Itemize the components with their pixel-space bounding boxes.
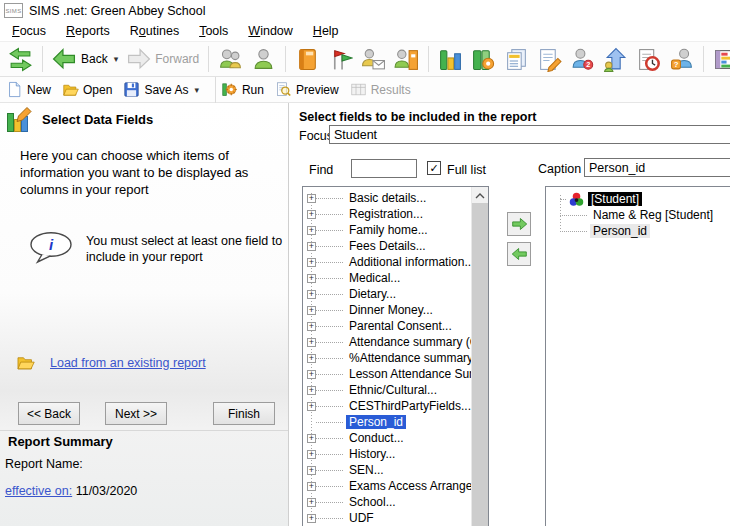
forward-button[interactable]: Forward xyxy=(122,45,203,74)
expand-plus-icon[interactable]: + xyxy=(307,242,316,251)
expand-plus-icon[interactable]: + xyxy=(307,514,316,523)
expand-plus-icon[interactable]: + xyxy=(307,434,316,443)
toolbar-separator xyxy=(208,46,209,72)
expand-plus-icon[interactable]: + xyxy=(307,354,316,363)
main-area: Select Data Fields Here you can choose w… xyxy=(0,103,730,526)
find-input[interactable] xyxy=(351,159,417,178)
back-step-button[interactable]: << Back xyxy=(18,402,80,425)
tree-leader-line xyxy=(316,438,343,439)
field-item-medical[interactable]: +Medical... xyxy=(303,270,488,286)
field-item-fees-details[interactable]: +Fees Details... xyxy=(303,238,488,254)
expand-plus-icon[interactable]: + xyxy=(307,482,316,491)
tree-leader-line xyxy=(316,246,343,247)
flags-button[interactable] xyxy=(328,47,353,72)
edit-document-button[interactable] xyxy=(537,47,562,72)
person-button[interactable] xyxy=(251,47,276,72)
expand-plus-icon[interactable]: + xyxy=(307,466,316,475)
menu-tools[interactable]: Tools xyxy=(189,22,238,40)
back-dropdown-caret[interactable]: ▾ xyxy=(114,54,119,64)
expand-plus-icon[interactable]: + xyxy=(307,258,316,267)
field-item-sen[interactable]: +SEN... xyxy=(303,462,488,478)
field-item-parental-consent[interactable]: +Parental Consent... xyxy=(303,318,488,334)
open-button[interactable]: Open xyxy=(62,81,112,98)
add-field-button[interactable] xyxy=(507,212,531,236)
expand-plus-icon[interactable]: + xyxy=(307,450,316,459)
focus-input[interactable] xyxy=(329,125,730,144)
tree-leader-line xyxy=(316,358,343,359)
field-item-udf[interactable]: +UDF xyxy=(303,510,488,526)
caption-input[interactable] xyxy=(584,158,730,177)
preview-button[interactable]: Preview xyxy=(275,81,339,98)
field-label: Ethnic/Cultural... xyxy=(346,383,440,397)
new-button[interactable]: New xyxy=(6,81,51,98)
group-people-button[interactable] xyxy=(218,47,243,72)
run-button[interactable]: Run xyxy=(221,81,264,98)
remove-field-arrow-icon xyxy=(511,247,528,261)
field-item-lesson-attendance-summa[interactable]: +Lesson Attendance Summa xyxy=(303,366,488,382)
field-item-conduct[interactable]: +Conduct... xyxy=(303,430,488,446)
field-item-cesthirdpartyfields[interactable]: +CESThirdPartyFields... xyxy=(303,398,488,414)
field-item-school[interactable]: +School... xyxy=(303,494,488,510)
book-gear-button[interactable] xyxy=(471,47,496,72)
expand-plus-icon[interactable]: + xyxy=(307,338,316,347)
selected-item-student[interactable]: [Student] xyxy=(546,191,730,207)
field-item-exams-access-arrangeme[interactable]: +Exams Access Arrangeme xyxy=(303,478,488,494)
group-people-icon xyxy=(218,47,243,72)
expand-plus-icon[interactable]: + xyxy=(307,210,316,219)
expand-plus-icon[interactable]: + xyxy=(307,274,316,283)
expand-plus-icon[interactable]: + xyxy=(307,194,316,203)
field-item-dinner-money[interactable]: +Dinner Money... xyxy=(303,302,488,318)
document-clock-button[interactable] xyxy=(636,47,661,72)
menu-window[interactable]: Window xyxy=(238,22,302,40)
selected-item-person-id[interactable]: Person_id xyxy=(546,223,730,239)
finish-button[interactable]: Finish xyxy=(213,402,275,425)
field-item-attendance-summary-cu[interactable]: +%Attendance summary (Cu xyxy=(303,350,488,366)
effective-on-link[interactable]: effective on: xyxy=(5,484,72,498)
load-existing-report-link[interactable]: Load from an existing report xyxy=(50,356,206,370)
field-item-ethnic-cultural[interactable]: +Ethnic/Cultural... xyxy=(303,382,488,398)
back-button[interactable]: Back ▾ xyxy=(48,45,122,74)
promotion-button[interactable] xyxy=(603,47,628,72)
field-item-family-home[interactable]: +Family home... xyxy=(303,222,488,238)
tree-leader-line xyxy=(316,518,343,519)
report-chart-button[interactable] xyxy=(438,47,463,72)
timetable-button[interactable] xyxy=(713,47,730,72)
field-item-basic-details[interactable]: +Basic details... xyxy=(303,190,488,206)
save-as-button[interactable]: Save As▾ xyxy=(123,81,199,98)
journal-button[interactable] xyxy=(295,47,320,72)
expand-plus-icon[interactable]: + xyxy=(307,290,316,299)
menu-routines[interactable]: Routines xyxy=(120,22,189,40)
field-item-registration[interactable]: +Registration... xyxy=(303,206,488,222)
report-chart-icon xyxy=(438,47,463,72)
person-help-button[interactable]: ? xyxy=(669,47,694,72)
expand-plus-icon[interactable]: + xyxy=(307,498,316,507)
expand-plus-icon[interactable]: + xyxy=(307,322,316,331)
notepad-button[interactable] xyxy=(504,47,529,72)
field-item-person-id[interactable]: Person_id xyxy=(303,414,488,430)
selected-item-name-reg-student[interactable]: Name & Reg [Student] xyxy=(546,207,730,223)
info-bubble-icon: i xyxy=(28,231,74,264)
expand-plus-icon[interactable]: + xyxy=(307,370,316,379)
results-button[interactable]: Results xyxy=(350,81,411,98)
person-cabinet-button[interactable] xyxy=(394,47,419,72)
expand-plus-icon[interactable]: + xyxy=(307,306,316,315)
save-as-dropdown-caret[interactable]: ▾ xyxy=(194,85,199,95)
person-mail-button[interactable] xyxy=(361,47,386,72)
remove-field-button[interactable] xyxy=(507,242,531,266)
field-item-additional-information[interactable]: +Additional information... xyxy=(303,254,488,270)
field-item-attendance-summary-curre[interactable]: +Attendance summary (Curre xyxy=(303,334,488,350)
scroll-up-button[interactable] xyxy=(472,187,488,203)
full-list-checkbox[interactable]: ✓ xyxy=(427,161,441,175)
expand-plus-icon[interactable]: + xyxy=(307,226,316,235)
menu-focus[interactable]: Focus xyxy=(2,22,56,40)
next-step-button[interactable]: Next >> xyxy=(105,402,167,425)
expand-plus-icon[interactable]: + xyxy=(307,386,316,395)
person-query-button[interactable]: 2 xyxy=(570,47,595,72)
available-list-scrollbar[interactable] xyxy=(471,187,488,526)
menu-reports[interactable]: Reports xyxy=(56,22,120,40)
menu-help[interactable]: Help xyxy=(303,22,349,40)
field-item-history[interactable]: +History... xyxy=(303,446,488,462)
cycle-focus-button[interactable] xyxy=(4,45,37,74)
expand-plus-icon[interactable]: + xyxy=(307,402,316,411)
field-item-dietary[interactable]: +Dietary... xyxy=(303,286,488,302)
